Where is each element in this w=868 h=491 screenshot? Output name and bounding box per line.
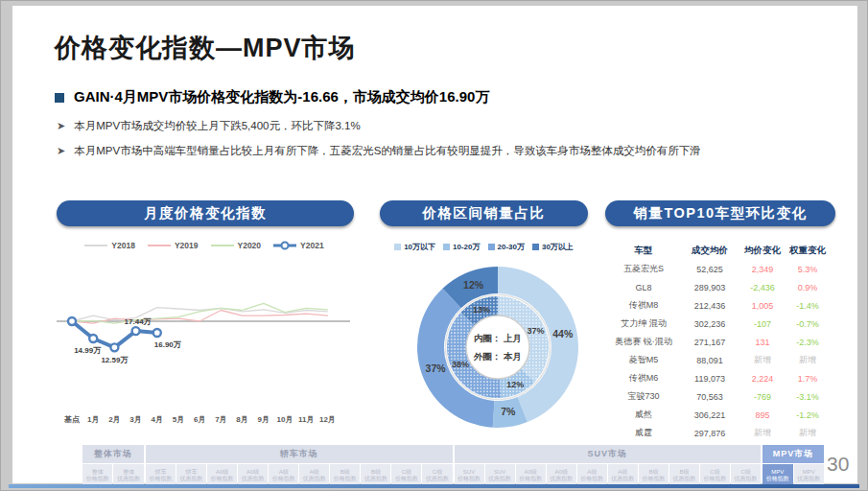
nav-item-line1: B级 xyxy=(648,469,658,476)
table-row: GL8289,903-2,4360.9% xyxy=(607,278,830,296)
nav-item-A0级-优惠指数[interactable]: A0级优惠指数 xyxy=(547,464,576,486)
legend-item: 10万以下 xyxy=(394,242,435,252)
nav-item-A0级-价格指数[interactable]: A0级价格指数 xyxy=(516,464,546,486)
nav-item-line1: MPV xyxy=(771,469,784,476)
donut-center-text: 外圈： 本月 xyxy=(473,351,522,362)
nav-item-line2: 价格指数 xyxy=(457,476,481,482)
slice-label: 44% xyxy=(552,328,574,339)
legend-line-swatch xyxy=(211,242,234,250)
nav-item-line1: 整体 xyxy=(123,469,134,476)
slide: 价格变化指数—MPV市场 GAIN·4月MPV市场价格变化指数为-16.66，市… xyxy=(12,6,857,483)
x-axis-label: 5月 xyxy=(173,415,184,424)
cell-model: 传祺M6 xyxy=(607,372,680,385)
nav-item-line1: C级 xyxy=(433,469,442,476)
headline: GAIN·4月MPV市场价格变化指数为-16.66，市场成交均价16.90万 xyxy=(55,88,489,106)
data-label: 16.90万 xyxy=(154,340,182,349)
monthly-index-chart: 14.99万12.59万17.44万16.90万基点1月2月3月4月5月6月7月… xyxy=(51,257,358,432)
legend-label: Y2019 xyxy=(175,241,199,250)
nav-item-B级-价格指数[interactable]: B级价格指数 xyxy=(330,464,360,486)
cell-avg-price: 119,073 xyxy=(680,374,739,384)
cell-weight-change: 0.9% xyxy=(786,283,830,292)
nav-item-A级-价格指数[interactable]: A级价格指数 xyxy=(269,464,298,486)
square-bullet-icon xyxy=(55,93,64,103)
nav-group-SUV市场: SUV市场SUV价格指数SUV优惠指数A0级价格指数A0级优惠指数A级价格指数A… xyxy=(455,445,762,486)
x-axis-label: 9月 xyxy=(258,415,270,424)
cell-weight-change: 5.3% xyxy=(786,265,830,274)
nav-item-line2: 价格指数 xyxy=(704,476,727,482)
nav-item-A0级-价格指数[interactable]: A0级价格指数 xyxy=(207,464,237,486)
cell-weight-change: 新增 xyxy=(786,427,830,439)
nav-group-MPV市场: MPV市场MPV价格指数MPV优惠指数 xyxy=(762,445,824,486)
nav-item-A级-优惠指数[interactable]: A级优惠指数 xyxy=(299,464,329,486)
nav-item-B级-优惠指数[interactable]: B级优惠指数 xyxy=(361,464,390,486)
nav-item-C级-价格指数[interactable]: C级价格指数 xyxy=(700,464,730,486)
nav-group-header[interactable]: MPV市场 xyxy=(762,445,824,463)
donut-center-text: 内圈： 上月 xyxy=(474,333,522,343)
table-header-row: 车型成交均价均价变化权重变化 xyxy=(607,242,830,260)
nav-item-line1: C级 xyxy=(402,469,411,476)
legend-label: Y2021 xyxy=(300,241,324,250)
nav-item-C级-价格指数[interactable]: C级价格指数 xyxy=(391,464,421,486)
slide-viewport: 价格变化指数—MPV市场 GAIN·4月MPV市场价格变化指数为-16.66，市… xyxy=(0,0,868,491)
cell-price-change: 2,349 xyxy=(739,265,786,274)
column-header: 成交均价 xyxy=(680,245,739,257)
nav-item-C级-优惠指数[interactable]: C级优惠指数 xyxy=(422,464,452,486)
nav-item-line2: 价格指数 xyxy=(86,476,109,482)
table-row: 传祺M8212,4361,005-1.4% xyxy=(607,296,830,315)
nav-item-line2: 优惠指数 xyxy=(180,476,203,482)
cell-model: 威然 xyxy=(607,409,680,421)
cell-weight-change: -1.4% xyxy=(786,301,830,311)
bullet-text: 本月MPV市场成交均价较上月下跌5,400元，环比下降3.1% xyxy=(74,119,360,133)
legend-label: Y2020 xyxy=(238,241,262,250)
nav-item-A级-优惠指数[interactable]: A级优惠指数 xyxy=(608,464,638,486)
cell-model: 菱智M5 xyxy=(607,354,680,366)
slice-label: 12% xyxy=(506,380,524,389)
table-row: 奥德赛 锐·混动271,167131-2.3% xyxy=(607,333,830,351)
nav-item-line2: 优惠指数 xyxy=(550,476,573,482)
cell-avg-price: 297,876 xyxy=(680,429,739,438)
cell-model: 奥德赛 锐·混动 xyxy=(607,336,680,348)
nav-item-C级-优惠指数[interactable]: C级优惠指数 xyxy=(731,464,761,486)
nav-item-line1: MPV xyxy=(803,469,815,476)
cell-avg-price: 289,903 xyxy=(680,283,739,292)
legend-item: Y2018 xyxy=(84,241,135,250)
nav-item-A0级-优惠指数[interactable]: A0级优惠指数 xyxy=(238,464,268,486)
cell-avg-price: 212,436 xyxy=(680,301,739,311)
nav-item-line1: SUV xyxy=(494,469,505,476)
nav-group-header[interactable]: SUV市场 xyxy=(455,445,762,463)
nav-item-轿车-优惠指数[interactable]: 轿车优惠指数 xyxy=(176,464,206,486)
nav-group-header[interactable]: 整体市场 xyxy=(82,445,144,463)
nav-item-SUV-价格指数[interactable]: SUV价格指数 xyxy=(455,464,484,486)
bullet-text: 本月MPV市场中高端车型销量占比较上月有所下降，五菱宏光S的销量占比有较明显提升… xyxy=(74,144,701,158)
nav-item-line1: A0级 xyxy=(524,469,536,476)
nav-item-MPV-价格指数[interactable]: MPV价格指数 xyxy=(762,464,792,486)
legend-swatch xyxy=(488,244,495,250)
cell-price-change: 新增 xyxy=(739,427,786,439)
nav-item-B级-优惠指数[interactable]: B级优惠指数 xyxy=(669,464,699,486)
slice-label: 12% xyxy=(463,279,484,291)
nav-item-line2: 优惠指数 xyxy=(303,476,326,482)
donut-center xyxy=(466,316,529,379)
nav-item-SUV-优惠指数[interactable]: SUV优惠指数 xyxy=(485,464,515,486)
cell-price-change: -107 xyxy=(739,319,786,329)
nav-item-整体-优惠指数[interactable]: 整体优惠指数 xyxy=(113,464,143,486)
page-title: 价格变化指数—MPV市场 xyxy=(55,31,356,65)
series-Y2021-point xyxy=(110,343,118,351)
nav-group-整体市场: 整体市场整体价格指数整体优惠指数 xyxy=(82,445,144,486)
nav-item-轿车-价格指数[interactable]: 轿车价格指数 xyxy=(146,464,176,486)
cell-weight-change: 1.7% xyxy=(786,374,830,384)
table-row: 宝骏73070,563-769-3.1% xyxy=(607,387,830,406)
x-axis-label: 1月 xyxy=(87,415,99,424)
nav-item-MPV-优惠指数[interactable]: MPV优惠指数 xyxy=(794,464,824,486)
legend-swatch xyxy=(394,244,401,250)
data-label: 17.44万 xyxy=(125,317,152,326)
cell-weight-change: -2.3% xyxy=(786,338,830,347)
nav-item-B级-价格指数[interactable]: B级价格指数 xyxy=(639,464,669,486)
cell-price-change: 895 xyxy=(739,410,786,420)
nav-item-A级-价格指数[interactable]: A级价格指数 xyxy=(577,464,607,486)
nav-item-line2: 优惠指数 xyxy=(735,476,758,482)
cell-avg-price: 70,563 xyxy=(680,392,739,402)
bottom-accent-bar xyxy=(9,484,859,488)
nav-item-整体-价格指数[interactable]: 整体价格指数 xyxy=(82,464,112,486)
nav-group-header[interactable]: 轿车市场 xyxy=(146,445,453,463)
